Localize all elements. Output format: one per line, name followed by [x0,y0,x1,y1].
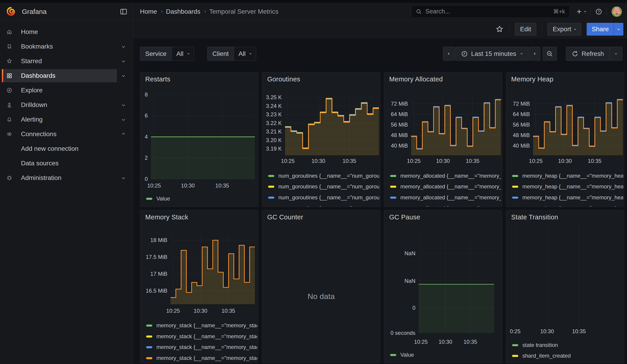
legend-item[interactable]: memory_heap {__name__="memory_heap" [512,205,623,207]
divider [590,8,591,15]
star-dashboard-icon[interactable] [495,25,504,33]
chevron-down-icon[interactable] [117,54,130,68]
sidebar-item-label: Add new connection [21,145,78,152]
legend-color-dash [512,186,518,188]
x-axis-label: 10:30 [174,182,202,189]
memory-heap-chart[interactable] [533,93,623,155]
legend-item[interactable]: num_goroutines {__name__="num_goroutines… [268,205,379,207]
legend-item[interactable]: memory_heap {__name__="memory_heap" [512,194,623,201]
sidebar-item-alerting[interactable]: Alerting [2,113,117,126]
user-avatar[interactable] [612,6,622,17]
legend-item[interactable]: num_goroutines {__name__="num_goroutines… [268,183,379,190]
refresh-button[interactable]: Refresh [566,47,610,61]
legend-item[interactable]: memory_allocated {__name__="memory_alloc… [390,205,501,207]
x-axis-label: 10:30 [429,157,457,164]
help-icon[interactable]: ? [595,8,602,15]
legend-item[interactable]: memory_stack {__name__="memory_stack" [146,354,257,362]
legend-color-dash [512,197,518,199]
service-filter[interactable]: Service All [140,47,194,61]
legend-label: Value [400,352,414,358]
search-input[interactable]: Search... ⌘+k [411,5,570,18]
legend-item[interactable]: state transition [512,341,623,349]
legend-item[interactable]: memory_stack {__name__="memory_stack" [146,343,257,351]
sidebar-item-bookmarks[interactable]: Bookmarks [2,40,117,53]
legend-item[interactable]: memory_stack {__name__="memory_stack" [146,333,257,340]
legend-item[interactable]: memory_allocated {__name__="memory_alloc… [390,183,501,190]
y-axis-label: 48 MiB [384,132,408,139]
grafana-logo-icon[interactable] [6,7,16,17]
legend-color-dash [390,354,396,356]
sidebar-item-drilldown[interactable]: Drilldown [2,98,117,111]
legend-color-dash [512,355,518,357]
dock-menu-icon[interactable] [120,8,127,15]
legend-label: num_goroutines {__name__="num_goroutines… [278,194,379,201]
time-forward-button[interactable] [528,47,540,61]
svg-text:?: ? [598,9,600,13]
legend-item[interactable]: num_goroutines {__name__="num_goroutines… [268,172,379,179]
time-back-button[interactable] [443,47,455,61]
chevron-down-icon[interactable] [117,98,130,111]
legend-item[interactable]: memory_stack {__name__="memory_stack" [146,322,257,329]
time-controls: Last 15 minutes Refresh [443,47,623,61]
state-transition-chart[interactable] [514,224,620,328]
legend-item[interactable]: num_goroutines {__name__="num_goroutines… [268,194,379,201]
breadcrumb-separator-icon [161,11,162,12]
legend-item[interactable]: memory_allocated {__name__="memory_alloc… [390,172,501,179]
client-filter[interactable]: Client All [207,47,256,61]
chevron-up-icon[interactable] [117,127,130,141]
y-axis-label: 56 MiB [506,121,530,128]
zoom-out-button[interactable] [543,47,557,61]
sidebar-item-dashboards[interactable]: Dashboards [2,69,117,82]
y-axis-label: 3.24 K [262,103,282,109]
zoom-out-icon [546,51,553,57]
legend-item[interactable]: memory_allocated {__name__="memory_alloc… [390,194,501,201]
legend-item[interactable]: shard_item_created [512,352,623,360]
chevron-down-icon[interactable] [117,171,130,185]
x-axis-label: 10:25 [140,182,168,189]
chevron-down-icon[interactable] [117,113,130,126]
panel-title[interactable]: GC Counter [267,213,303,221]
panel-title[interactable]: Restarts [145,75,170,83]
add-new-button[interactable] [576,8,586,15]
sidebar-item-explore[interactable]: Explore [2,84,130,97]
sidebar-item-add-new-connection[interactable]: Add new connection [2,142,130,155]
sidebar-item-data-sources[interactable]: Data sources [2,157,130,170]
panel-title[interactable]: Memory Allocated [389,75,443,83]
sidebar-item-home[interactable]: Home [2,25,130,39]
goroutines-chart[interactable] [285,93,379,155]
restarts-chart[interactable] [151,93,255,179]
legend-color-dash [390,186,396,188]
share-dropdown-button[interactable] [614,23,623,36]
legend-item[interactable]: Value [390,351,501,359]
y-axis-label: 0 seconds [384,330,416,336]
memory-stack-chart[interactable] [170,235,255,304]
share-button[interactable]: Share [587,23,614,36]
divider [509,26,509,33]
sidebar: Grafana HomeBookmarksStarredDashboardsEx… [0,3,133,364]
breadcrumb-dashboards[interactable]: Dashboards [166,8,200,15]
edit-button[interactable]: Edit [515,23,536,36]
sidebar-row: Home [0,25,133,39]
time-range-picker[interactable]: Last 15 minutes [455,47,528,61]
panel-title[interactable]: GC Pause [389,213,420,221]
gc-pause-chart[interactable] [418,235,494,333]
sidebar-item-starred[interactable]: Starred [2,54,117,68]
export-button[interactable]: Export [547,23,581,36]
breadcrumb-home[interactable]: Home [140,8,157,15]
sidebar-row: Administration [0,171,133,185]
legend-item[interactable]: Value [146,195,257,202]
panel-title[interactable]: Memory Heap [511,75,553,83]
refresh-interval-dropdown[interactable] [610,47,623,61]
sidebar-item-administration[interactable]: Administration [2,171,117,185]
panel-title[interactable]: Memory Stack [145,213,188,221]
memory-allocated-chart[interactable] [411,93,501,155]
y-axis-label: 64 MiB [384,111,408,118]
panel-title[interactable]: Goroutines [267,75,300,83]
sidebar-item-connections[interactable]: Connections [2,127,117,141]
legend-item[interactable]: memory_heap {__name__="memory_heap" [512,183,623,190]
legend-item[interactable]: memory_heap {__name__="memory_heap" [512,172,623,179]
panel-title[interactable]: State Transition [511,213,558,221]
chevron-down-icon[interactable] [117,69,130,82]
y-axis-label: 4 [140,133,148,140]
chevron-down-icon[interactable] [117,40,130,53]
